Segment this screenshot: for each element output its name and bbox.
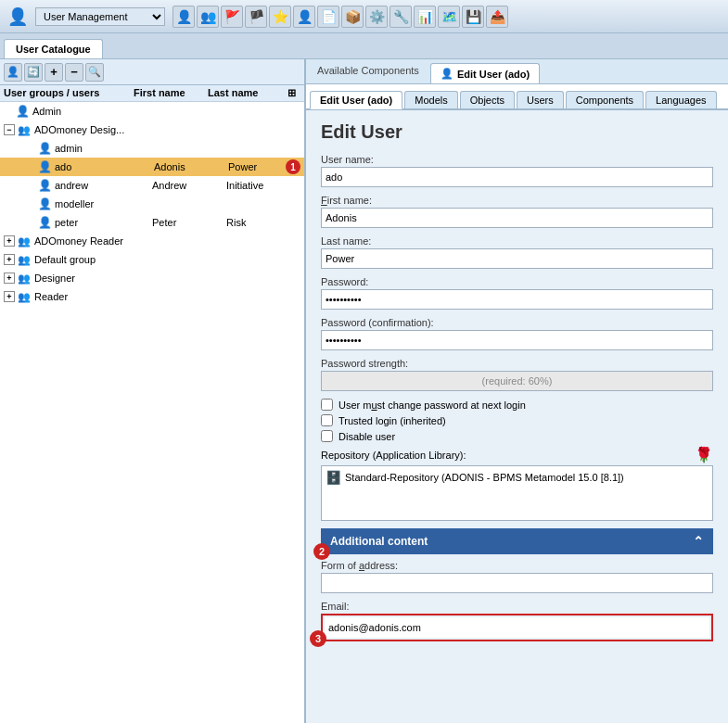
toolbar-icon-13[interactable]: 💾 (462, 6, 484, 28)
toolbar-icon-11[interactable]: 📊 (414, 6, 436, 28)
lastname-group: Last name: (321, 235, 713, 269)
repo-label: Repository (Application Library): (321, 450, 466, 461)
tree-item-label: Reader (34, 291, 300, 302)
checkbox-trusted: Trusted login (inherited) (321, 414, 713, 426)
tab-languages[interactable]: Languages (645, 91, 716, 108)
toolbar-icon-4[interactable]: 🏴 (245, 6, 267, 28)
tab-components[interactable]: Components (566, 91, 644, 108)
checkbox-disable: Disable user (321, 430, 713, 442)
edit-user-active-tab[interactable]: 👤 Edit User (ado) (430, 63, 540, 83)
toolbar-person-btn[interactable]: 👤 (4, 63, 22, 82)
user-icon: 👤 (37, 215, 52, 230)
password-label: Password: (321, 276, 713, 287)
tab-edit-user[interactable]: Edit User (ado) (310, 91, 402, 109)
form-area: Edit User User name: First name: Last na… (306, 110, 728, 723)
toolbar-icon-1[interactable]: 👤 (172, 6, 195, 28)
expand-icon[interactable]: + (4, 273, 15, 284)
toolbar-icon-5[interactable]: ⭐ (269, 6, 291, 28)
repo-db-icon: 🗄️ (326, 470, 341, 485)
lastname-cell: Risk (226, 217, 300, 228)
password-input[interactable] (321, 289, 713, 310)
toolbar-icon-8[interactable]: 📦 (341, 6, 364, 28)
tab-models[interactable]: Models (404, 91, 457, 108)
group-icon: 👥 (17, 122, 32, 137)
form-of-address-input[interactable] (321, 573, 713, 593)
additional-content-label: Additional content (330, 535, 428, 548)
tree-item-andrew[interactable]: 👤 andrew Andrew Initiative (0, 176, 304, 195)
tree-item-adomoney-design[interactable]: − 👥 ADOmoney Desig... (0, 120, 304, 139)
toolbar-icon-7[interactable]: 📄 (317, 6, 339, 28)
toolbar-search-btn[interactable]: 🔍 (85, 63, 104, 82)
available-components-label: Available Components (306, 59, 430, 83)
tab-users[interactable]: Users (517, 91, 564, 108)
tree-item-label: ADOmoney Reader (34, 235, 300, 247)
firstname-label: First name: (321, 195, 713, 206)
tree-item-admin-sub[interactable]: 👤 admin (0, 139, 304, 158)
toolbar-icon-6[interactable]: 👤 (293, 6, 315, 28)
group-icon: 👥 (17, 234, 32, 248)
col-last-name: Last name (208, 87, 282, 99)
user-icon: 👤 (15, 104, 30, 119)
additional-badge: 2 (313, 543, 330, 560)
expand-icon[interactable]: + (4, 235, 15, 247)
tree-item-label: Designer (34, 273, 300, 284)
trusted-login-label: Trusted login (inherited) (338, 415, 446, 426)
repo-item-label: Standard-Repository (ADONIS - BPMS Metam… (345, 472, 624, 483)
disable-user-checkbox[interactable] (321, 430, 333, 442)
repository-section: Repository (Application Library): 🌹 🗄️ S… (321, 446, 713, 521)
password-strength-bar: (required: 60%) (321, 371, 713, 391)
repo-label-row: Repository (Application Library): 🌹 (321, 446, 713, 463)
expand-icon[interactable]: − (4, 124, 15, 135)
tree-item-default-group[interactable]: + 👥 Default group (0, 250, 304, 269)
lastname-cell: Initiative (226, 180, 300, 191)
tab-user-catalogue[interactable]: User Catalogue (4, 39, 103, 58)
group-icon: 👥 (17, 289, 32, 304)
toolbar-add-btn[interactable]: + (45, 63, 63, 82)
toolbar-icon-3[interactable]: 🚩 (221, 6, 243, 28)
tree-item-label: ado (55, 161, 154, 172)
toolbar-refresh-btn[interactable]: 🔄 (24, 63, 43, 82)
tree-item-admin[interactable]: 👤 Admin (0, 102, 304, 120)
email-input[interactable] (325, 617, 709, 638)
toolbar-icon-2[interactable]: 👥 (197, 6, 219, 28)
tree-item-modeller[interactable]: 👤 modeller (0, 195, 304, 213)
password-strength-label: Password strength: (321, 358, 713, 369)
trusted-login-checkbox[interactable] (321, 414, 333, 426)
additional-content-bar[interactable]: Additional content ⌃ 2 (321, 528, 713, 554)
username-input[interactable] (321, 167, 713, 187)
tree-body: 👤 Admin − 👥 ADOmoney Desig... 👤 admin (0, 102, 304, 723)
lastname-label: Last name: (321, 235, 713, 247)
toolbar-icon-12[interactable]: 🗺️ (438, 6, 460, 28)
toolbar-icon-10[interactable]: 🔧 (390, 6, 412, 28)
firstname-cell: Andrew (152, 180, 226, 191)
tree-item-designer[interactable]: + 👥 Designer (0, 269, 304, 287)
toolbar-icon-14[interactable]: 📤 (486, 6, 508, 28)
password-confirm-input[interactable] (321, 330, 713, 350)
tree-item-ado[interactable]: 👤 ado Adonis Power 1 (0, 158, 304, 176)
expand-icon[interactable]: + (4, 254, 15, 265)
change-pwd-checkbox[interactable] (321, 399, 333, 411)
app-dropdown[interactable]: User Management (35, 7, 165, 26)
user-icon: 👤 (37, 178, 52, 193)
tree-item-peter[interactable]: 👤 peter Peter Risk (0, 213, 304, 232)
toolbar-icon-9[interactable]: ⚙️ (365, 6, 388, 28)
lastname-cell: Power (228, 161, 284, 172)
app-icon: 👤 (7, 6, 28, 27)
tab-objects[interactable]: Objects (460, 91, 515, 108)
lastname-input[interactable] (321, 248, 713, 269)
tree-item-reader[interactable]: + 👥 Reader (0, 287, 304, 306)
col-first-name: First name (134, 87, 208, 99)
tree-item-label: ADOmoney Desig... (34, 124, 152, 135)
tree-item-label: andrew (55, 180, 152, 191)
tree-item-adomoney-reader[interactable]: + 👥 ADOmoney Reader (0, 232, 304, 250)
expand-icon[interactable]: + (4, 291, 15, 302)
tree-item-label: Admin (32, 106, 152, 117)
repo-rose-icon[interactable]: 🌹 (695, 446, 713, 463)
main-tab-bar: User Catalogue (0, 33, 728, 59)
firstname-input[interactable] (321, 208, 713, 228)
username-group: User name: (321, 154, 713, 187)
password-group: Password: (321, 276, 713, 310)
toolbar-remove-btn[interactable]: − (65, 63, 83, 82)
tree-item-label: admin (55, 143, 152, 154)
tree-header: User groups / users First name Last name… (0, 85, 304, 102)
